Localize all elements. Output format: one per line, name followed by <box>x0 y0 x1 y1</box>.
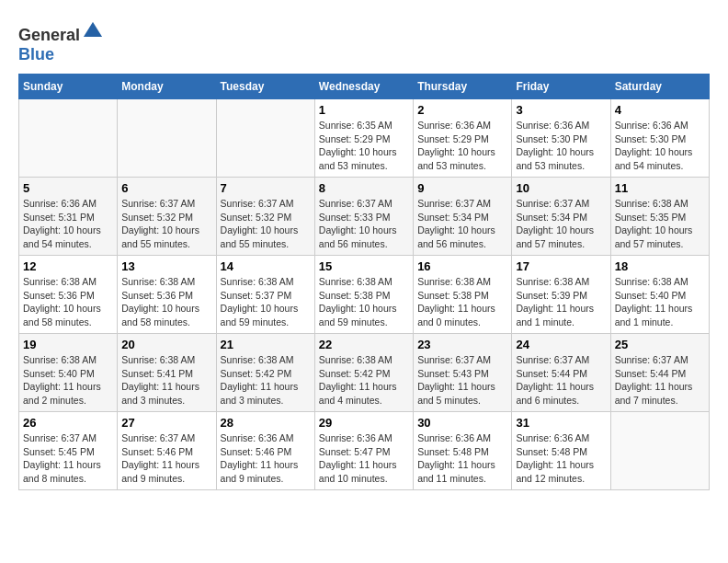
day-number: 2 <box>417 103 507 117</box>
calendar-cell: 10Sunrise: 6:37 AM Sunset: 5:34 PM Dayli… <box>512 178 610 256</box>
day-number: 17 <box>516 259 606 273</box>
weekday-header-friday: Friday <box>512 75 610 99</box>
calendar-cell <box>19 99 118 178</box>
day-number: 3 <box>516 103 606 117</box>
day-number: 18 <box>615 259 705 273</box>
day-info: Sunrise: 6:36 AM Sunset: 5:30 PM Dayligh… <box>516 119 606 173</box>
calendar-cell: 21Sunrise: 6:38 AM Sunset: 5:42 PM Dayli… <box>216 334 314 412</box>
calendar-week-row: 1Sunrise: 6:35 AM Sunset: 5:29 PM Daylig… <box>19 99 710 178</box>
calendar-cell: 17Sunrise: 6:38 AM Sunset: 5:39 PM Dayli… <box>512 256 610 334</box>
logo: General Blue <box>18 18 104 64</box>
calendar-cell: 20Sunrise: 6:38 AM Sunset: 5:41 PM Dayli… <box>118 334 216 412</box>
day-number: 7 <box>221 181 311 195</box>
day-info: Sunrise: 6:38 AM Sunset: 5:40 PM Dayligh… <box>23 353 113 408</box>
day-number: 12 <box>23 259 113 273</box>
calendar-week-row: 19Sunrise: 6:38 AM Sunset: 5:40 PM Dayli… <box>19 334 710 412</box>
calendar-cell: 13Sunrise: 6:38 AM Sunset: 5:36 PM Dayli… <box>118 256 216 334</box>
calendar-cell: 5Sunrise: 6:36 AM Sunset: 5:31 PM Daylig… <box>19 178 118 256</box>
day-info: Sunrise: 6:36 AM Sunset: 5:29 PM Dayligh… <box>417 119 507 173</box>
day-info: Sunrise: 6:38 AM Sunset: 5:36 PM Dayligh… <box>23 275 113 329</box>
day-number: 30 <box>417 416 507 430</box>
day-number: 23 <box>417 338 507 351</box>
day-info: Sunrise: 6:35 AM Sunset: 5:29 PM Dayligh… <box>319 119 409 173</box>
day-info: Sunrise: 6:38 AM Sunset: 5:42 PM Dayligh… <box>221 353 311 408</box>
calendar-cell <box>610 412 709 490</box>
day-info: Sunrise: 6:36 AM Sunset: 5:31 PM Dayligh… <box>23 197 113 251</box>
calendar-cell <box>118 99 216 178</box>
day-number: 27 <box>121 416 211 430</box>
day-number: 16 <box>417 259 507 273</box>
day-info: Sunrise: 6:37 AM Sunset: 5:44 PM Dayligh… <box>615 353 705 408</box>
day-info: Sunrise: 6:36 AM Sunset: 5:30 PM Dayligh… <box>615 119 705 173</box>
day-number: 19 <box>23 338 113 351</box>
calendar-cell: 22Sunrise: 6:38 AM Sunset: 5:42 PM Dayli… <box>314 334 413 412</box>
calendar-cell: 29Sunrise: 6:36 AM Sunset: 5:47 PM Dayli… <box>314 412 413 490</box>
calendar-cell: 30Sunrise: 6:36 AM Sunset: 5:48 PM Dayli… <box>414 412 512 490</box>
day-number: 6 <box>121 181 211 195</box>
calendar-week-row: 26Sunrise: 6:37 AM Sunset: 5:45 PM Dayli… <box>19 412 710 490</box>
day-number: 10 <box>516 181 606 195</box>
day-number: 25 <box>615 338 705 351</box>
logo-icon <box>82 18 104 40</box>
day-info: Sunrise: 6:37 AM Sunset: 5:34 PM Dayligh… <box>417 197 507 251</box>
logo-text: General Blue <box>18 18 104 64</box>
day-info: Sunrise: 6:37 AM Sunset: 5:45 PM Dayligh… <box>23 431 113 486</box>
day-info: Sunrise: 6:38 AM Sunset: 5:38 PM Dayligh… <box>417 275 507 329</box>
calendar-cell: 19Sunrise: 6:38 AM Sunset: 5:40 PM Dayli… <box>19 334 118 412</box>
calendar-cell <box>216 99 314 178</box>
weekday-header-thursday: Thursday <box>414 75 512 99</box>
weekday-header-row: SundayMondayTuesdayWednesdayThursdayFrid… <box>19 75 710 99</box>
day-info: Sunrise: 6:38 AM Sunset: 5:37 PM Dayligh… <box>221 275 311 329</box>
day-info: Sunrise: 6:36 AM Sunset: 5:48 PM Dayligh… <box>516 431 606 486</box>
day-number: 14 <box>221 259 311 273</box>
weekday-header-saturday: Saturday <box>610 75 709 99</box>
day-info: Sunrise: 6:38 AM Sunset: 5:41 PM Dayligh… <box>121 353 211 408</box>
day-number: 13 <box>121 259 211 273</box>
page-header: General Blue <box>18 18 710 64</box>
calendar-cell: 3Sunrise: 6:36 AM Sunset: 5:30 PM Daylig… <box>512 99 610 178</box>
day-info: Sunrise: 6:38 AM Sunset: 5:40 PM Dayligh… <box>615 275 705 329</box>
calendar-table: SundayMondayTuesdayWednesdayThursdayFrid… <box>18 74 710 490</box>
calendar-cell: 27Sunrise: 6:37 AM Sunset: 5:46 PM Dayli… <box>118 412 216 490</box>
calendar-cell: 18Sunrise: 6:38 AM Sunset: 5:40 PM Dayli… <box>610 256 709 334</box>
day-info: Sunrise: 6:38 AM Sunset: 5:39 PM Dayligh… <box>516 275 606 329</box>
calendar-cell: 25Sunrise: 6:37 AM Sunset: 5:44 PM Dayli… <box>610 334 709 412</box>
day-info: Sunrise: 6:38 AM Sunset: 5:42 PM Dayligh… <box>319 353 409 408</box>
day-number: 5 <box>23 181 113 195</box>
weekday-header-sunday: Sunday <box>19 75 118 99</box>
calendar-cell: 11Sunrise: 6:38 AM Sunset: 5:35 PM Dayli… <box>610 178 709 256</box>
calendar-cell: 4Sunrise: 6:36 AM Sunset: 5:30 PM Daylig… <box>610 99 709 178</box>
day-info: Sunrise: 6:37 AM Sunset: 5:34 PM Dayligh… <box>516 197 606 251</box>
logo-blue: Blue <box>18 45 54 63</box>
day-info: Sunrise: 6:38 AM Sunset: 5:35 PM Dayligh… <box>615 197 705 251</box>
day-info: Sunrise: 6:37 AM Sunset: 5:32 PM Dayligh… <box>121 197 211 251</box>
day-info: Sunrise: 6:37 AM Sunset: 5:46 PM Dayligh… <box>121 431 211 486</box>
day-number: 11 <box>615 181 705 195</box>
day-number: 9 <box>417 181 507 195</box>
day-info: Sunrise: 6:36 AM Sunset: 5:46 PM Dayligh… <box>221 431 311 486</box>
calendar-cell: 26Sunrise: 6:37 AM Sunset: 5:45 PM Dayli… <box>19 412 118 490</box>
calendar-cell: 28Sunrise: 6:36 AM Sunset: 5:46 PM Dayli… <box>216 412 314 490</box>
calendar-cell: 31Sunrise: 6:36 AM Sunset: 5:48 PM Dayli… <box>512 412 610 490</box>
calendar-cell: 24Sunrise: 6:37 AM Sunset: 5:44 PM Dayli… <box>512 334 610 412</box>
day-info: Sunrise: 6:36 AM Sunset: 5:47 PM Dayligh… <box>319 431 409 486</box>
day-info: Sunrise: 6:37 AM Sunset: 5:32 PM Dayligh… <box>221 197 311 251</box>
calendar-cell: 6Sunrise: 6:37 AM Sunset: 5:32 PM Daylig… <box>118 178 216 256</box>
day-number: 24 <box>516 338 606 351</box>
calendar-week-row: 12Sunrise: 6:38 AM Sunset: 5:36 PM Dayli… <box>19 256 710 334</box>
day-number: 8 <box>319 181 409 195</box>
day-number: 20 <box>121 338 211 351</box>
logo-general: General <box>18 26 80 44</box>
calendar-week-row: 5Sunrise: 6:36 AM Sunset: 5:31 PM Daylig… <box>19 178 710 256</box>
day-number: 15 <box>319 259 409 273</box>
calendar-cell: 8Sunrise: 6:37 AM Sunset: 5:33 PM Daylig… <box>314 178 413 256</box>
day-info: Sunrise: 6:38 AM Sunset: 5:36 PM Dayligh… <box>121 275 211 329</box>
svg-marker-1 <box>84 22 102 37</box>
day-number: 31 <box>516 416 606 430</box>
day-info: Sunrise: 6:38 AM Sunset: 5:38 PM Dayligh… <box>319 275 409 329</box>
calendar-cell: 7Sunrise: 6:37 AM Sunset: 5:32 PM Daylig… <box>216 178 314 256</box>
weekday-header-wednesday: Wednesday <box>314 75 413 99</box>
calendar-cell: 2Sunrise: 6:36 AM Sunset: 5:29 PM Daylig… <box>414 99 512 178</box>
day-number: 22 <box>319 338 409 351</box>
calendar-body: 1Sunrise: 6:35 AM Sunset: 5:29 PM Daylig… <box>19 99 710 490</box>
